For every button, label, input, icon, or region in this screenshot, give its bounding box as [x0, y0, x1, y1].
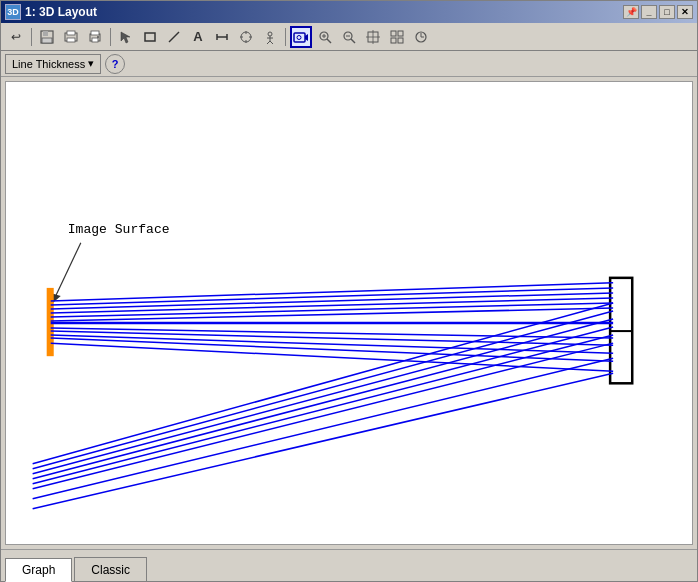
canvas-area: Image Surface: [5, 81, 693, 545]
main-window: 3D 1: 3D Layout 📌 _ □ ✕ ↩: [0, 0, 698, 582]
title-bar: 3D 1: 3D Layout 📌 _ □ ✕: [1, 1, 697, 23]
rectangle-tool[interactable]: [139, 26, 161, 48]
svg-point-28: [297, 35, 301, 39]
separator-2: [110, 28, 111, 46]
tab-classic-label: Classic: [91, 563, 130, 577]
svg-rect-26: [294, 33, 305, 42]
svg-line-24: [267, 41, 270, 44]
print-setup-button[interactable]: [60, 26, 82, 48]
measure-tool[interactable]: [211, 26, 233, 48]
window-title: 1: 3D Layout: [25, 5, 97, 19]
svg-line-25: [270, 41, 273, 44]
svg-rect-39: [391, 31, 396, 36]
svg-point-21: [268, 32, 272, 36]
save-button[interactable]: [36, 26, 58, 48]
ray-diag-8: [33, 373, 614, 509]
pin-button[interactable]: 📌: [623, 5, 639, 19]
line-thickness-label: Line Thickness: [12, 58, 85, 70]
svg-rect-41: [391, 38, 396, 43]
svg-rect-40: [398, 31, 403, 36]
window-icon: 3D: [5, 4, 21, 20]
svg-rect-2: [42, 38, 52, 43]
tab-classic[interactable]: Classic: [74, 557, 147, 581]
tab-graph[interactable]: Graph: [5, 558, 72, 582]
main-toolbar: ↩ A: [1, 23, 697, 51]
bottom-tabs: Graph Classic: [1, 549, 697, 581]
print-button[interactable]: [84, 26, 106, 48]
ray-diag-7: [33, 358, 614, 499]
help-icon: ?: [112, 58, 119, 70]
ray-diag-3: [33, 319, 614, 474]
svg-rect-8: [92, 38, 98, 42]
svg-line-34: [351, 39, 355, 43]
diagram-svg: Image Surface: [6, 82, 692, 544]
title-bar-controls: 📌 _ □ ✕: [623, 5, 693, 19]
title-bar-left: 3D 1: 3D Layout: [5, 4, 97, 20]
separator-3: [285, 28, 286, 46]
maximize-button[interactable]: □: [659, 5, 675, 19]
ray-diag-2: [33, 311, 614, 469]
svg-rect-1: [43, 31, 48, 36]
svg-marker-10: [121, 32, 130, 43]
svg-rect-42: [398, 38, 403, 43]
grid-button[interactable]: [386, 26, 408, 48]
pan-button[interactable]: [362, 26, 384, 48]
svg-rect-7: [91, 31, 99, 35]
close-button[interactable]: ✕: [677, 5, 693, 19]
line-thickness-dropdown[interactable]: Line Thickness ▾: [5, 54, 101, 74]
svg-rect-4: [67, 31, 75, 35]
svg-point-9: [97, 36, 99, 38]
ray-2: [51, 288, 613, 305]
back-button[interactable]: ↩: [5, 26, 27, 48]
tab-graph-label: Graph: [22, 563, 55, 577]
zoom-in-button[interactable]: [314, 26, 336, 48]
dropdown-arrow: ▾: [88, 57, 94, 70]
ray-diag-6: [33, 343, 614, 489]
line-tool[interactable]: [163, 26, 185, 48]
ray-diag-1: [33, 303, 614, 464]
minimize-button[interactable]: _: [641, 5, 657, 19]
person-tool[interactable]: [259, 26, 281, 48]
sub-toolbar: Line Thickness ▾ ?: [1, 51, 697, 77]
help-button[interactable]: ?: [105, 54, 125, 74]
image-surface-label: Image Surface: [68, 222, 170, 237]
camera-button[interactable]: [290, 26, 312, 48]
pointer-tool[interactable]: [115, 26, 137, 48]
svg-rect-11: [145, 33, 155, 41]
label-arrow: [55, 243, 81, 298]
svg-line-12: [169, 32, 179, 42]
separator-1: [31, 28, 32, 46]
zoom-out-button[interactable]: [338, 26, 360, 48]
clock-button[interactable]: [410, 26, 432, 48]
svg-line-30: [327, 39, 331, 43]
ray-aiming-tool[interactable]: [235, 26, 257, 48]
text-tool[interactable]: A: [187, 26, 209, 48]
svg-rect-5: [67, 38, 75, 42]
ray-1: [51, 283, 613, 301]
